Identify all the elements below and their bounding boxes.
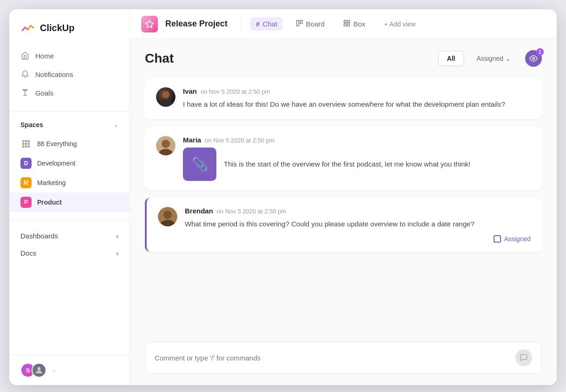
- sidebar-item-goals-label: Goals: [35, 89, 53, 97]
- tab-board[interactable]: Board: [290, 17, 330, 31]
- chat-hash-icon: #: [256, 20, 260, 28]
- chat-area: Chat All Assigned ⌄ 1: [130, 39, 557, 385]
- message-brendan-meta: Brendan on Nov 5 2020 at 2:50 pm: [185, 207, 531, 215]
- add-view-label: + Add view: [384, 20, 416, 28]
- clickup-logo-icon: [20, 20, 35, 35]
- sidebar-item-dashboards[interactable]: Dashboards ›: [9, 227, 130, 244]
- sidebar: ClickUp Home Notifications Goals: [9, 9, 130, 385]
- message-brendan-body: Brendan on Nov 5 2020 at 2:50 pm What ti…: [185, 207, 531, 243]
- comment-input-area: [145, 341, 542, 374]
- development-badge: D: [20, 158, 32, 169]
- sidebar-item-docs[interactable]: Docs ›: [9, 244, 130, 262]
- svg-rect-17: [347, 24, 350, 26]
- sidebar-item-product[interactable]: P Product: [9, 193, 130, 212]
- filter-all-button[interactable]: All: [438, 51, 464, 66]
- chat-filters: All Assigned ⌄: [438, 51, 520, 66]
- filter-assigned-button[interactable]: Assigned ⌄: [468, 51, 520, 66]
- main-content: Release Project # Chat Board Box + Add v…: [130, 9, 557, 385]
- comment-input[interactable]: [155, 354, 515, 362]
- svg-point-4: [23, 143, 24, 144]
- home-icon: [20, 51, 30, 60]
- tab-board-label: Board: [306, 20, 325, 28]
- sidebar-item-home[interactable]: Home: [9, 46, 130, 65]
- svg-point-2: [25, 141, 26, 142]
- svg-rect-14: [344, 20, 346, 23]
- svg-point-5: [25, 143, 26, 144]
- send-button[interactable]: [515, 349, 532, 366]
- add-view-button[interactable]: + Add view: [378, 18, 421, 31]
- dashboards-chevron-icon: ›: [116, 232, 118, 240]
- message-maria-meta: Maria on Nov 5 2020 at 2:50 pm: [183, 136, 531, 144]
- message-ivan-meta: Ivan on Nov 5 2020 at 2:50 pm: [183, 87, 531, 95]
- message-maria-attachment: 📎 This is the start of the overview for …: [183, 148, 531, 181]
- message-ivan-time: on Nov 5 2020 at 2:50 pm: [201, 88, 270, 95]
- everything-label: 88 Everything: [37, 140, 77, 148]
- sidebar-divider-1: [9, 111, 130, 112]
- svg-point-22: [162, 140, 170, 148]
- app-name: ClickUp: [40, 23, 74, 33]
- svg-rect-16: [344, 24, 346, 26]
- avatar-ivan: [156, 87, 176, 107]
- svg-point-20: [159, 99, 172, 107]
- docs-label: Docs: [20, 249, 36, 257]
- message-ivan: Ivan on Nov 5 2020 at 2:50 pm I have a l…: [145, 78, 542, 119]
- topbar-divider: [241, 19, 241, 30]
- chat-title: Chat: [145, 51, 174, 66]
- sidebar-item-home-label: Home: [35, 52, 54, 60]
- everything-icon: [20, 138, 32, 149]
- tab-chat-label: Chat: [262, 20, 277, 28]
- svg-point-6: [28, 143, 29, 144]
- project-icon: [141, 16, 158, 32]
- svg-point-3: [28, 141, 29, 142]
- app-container: ClickUp Home Notifications Goals: [9, 9, 557, 385]
- watch-button[interactable]: 1: [525, 50, 542, 67]
- tab-box-label: Box: [353, 20, 365, 28]
- topbar: Release Project # Chat Board Box + Add v…: [130, 9, 557, 39]
- svg-point-8: [25, 146, 26, 147]
- marketing-badge: M: [20, 177, 32, 188]
- logo[interactable]: ClickUp: [9, 9, 130, 43]
- spaces-header[interactable]: Spaces ⌄: [9, 117, 130, 132]
- svg-point-18: [533, 58, 535, 60]
- bell-icon: [20, 70, 30, 79]
- messages-list: Ivan on Nov 5 2020 at 2:50 pm I have a l…: [145, 78, 542, 334]
- project-title: Release Project: [165, 19, 228, 29]
- product-badge: P: [20, 197, 32, 208]
- assigned-checkbox[interactable]: [494, 235, 501, 243]
- tab-box[interactable]: Box: [338, 17, 371, 31]
- attachment-icon[interactable]: 📎: [183, 148, 216, 181]
- sidebar-item-goals[interactable]: Goals: [9, 84, 130, 102]
- avatar-maria: [156, 136, 176, 155]
- message-maria: Maria on Nov 5 2020 at 2:50 pm 📎 This is…: [145, 127, 542, 190]
- assigned-tag: Assigned: [185, 235, 531, 243]
- sidebar-divider-2: [9, 219, 130, 220]
- avatar-group[interactable]: S: [20, 363, 46, 378]
- chevron-down-icon: ⌄: [114, 122, 118, 128]
- sidebar-item-everything[interactable]: 88 Everything: [9, 134, 130, 154]
- footer-chevron-icon: ⌄: [52, 367, 57, 373]
- tab-chat[interactable]: # Chat: [250, 17, 283, 31]
- box-icon: [343, 19, 351, 28]
- dashboards-label: Dashboards: [20, 232, 58, 240]
- message-brendan-time: on Nov 5 2020 at 2:50 pm: [217, 208, 286, 215]
- message-maria-body: Maria on Nov 5 2020 at 2:50 pm 📎 This is…: [183, 136, 531, 181]
- avatar-brendan: [158, 207, 177, 226]
- spaces-list: 88 Everything D Development M Marketing …: [9, 132, 130, 214]
- sidebar-item-notifications-label: Notifications: [35, 71, 73, 78]
- svg-point-10: [38, 367, 41, 370]
- message-brendan-text: What time period is this covering? Could…: [185, 218, 531, 230]
- svg-point-9: [28, 146, 29, 147]
- message-brendan-author: Brendan: [185, 207, 213, 215]
- development-label: Development: [37, 160, 76, 167]
- svg-rect-12: [297, 20, 299, 26]
- svg-point-25: [163, 211, 172, 219]
- sidebar-nav: Home Notifications Goals: [9, 43, 130, 106]
- svg-point-7: [23, 146, 24, 147]
- board-icon: [296, 19, 303, 28]
- trophy-icon: [20, 88, 30, 97]
- message-ivan-body: Ivan on Nov 5 2020 at 2:50 pm I have a l…: [183, 87, 531, 110]
- assigned-label: Assigned: [504, 235, 531, 243]
- sidebar-item-marketing[interactable]: M Marketing: [9, 173, 130, 193]
- sidebar-item-development[interactable]: D Development: [9, 154, 130, 173]
- sidebar-item-notifications[interactable]: Notifications: [9, 65, 130, 84]
